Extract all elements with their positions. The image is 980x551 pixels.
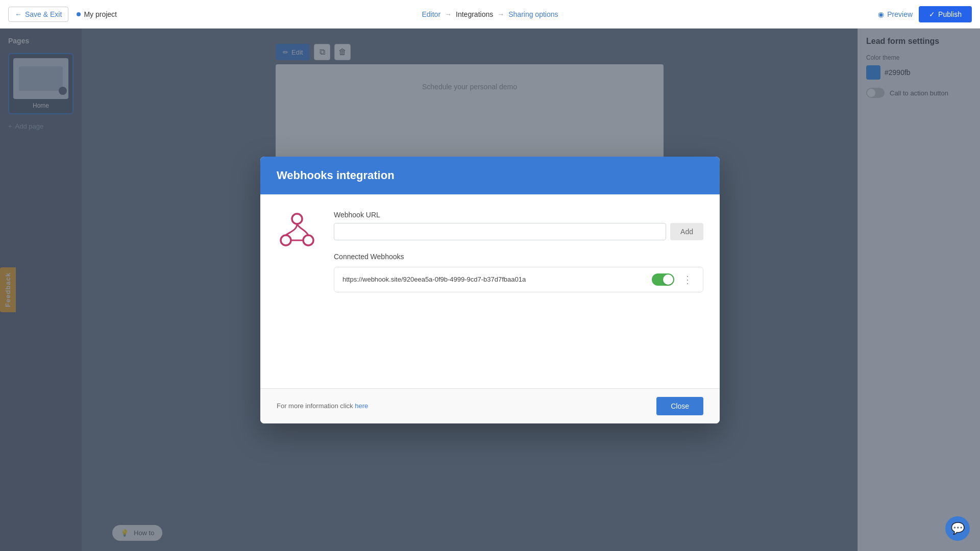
modal-footer: For more information click here Close — [260, 388, 720, 423]
project-dot-icon — [77, 12, 81, 16]
modal-header: Webhooks integration — [260, 157, 720, 194]
save-exit-label: Save & Exit — [25, 10, 62, 18]
webhook-url-row: Add — [334, 223, 703, 240]
arrow-right-icon-2: → — [497, 10, 504, 18]
svg-point-2 — [303, 235, 313, 245]
svg-point-1 — [281, 235, 291, 245]
webhook-toggle[interactable] — [652, 273, 674, 286]
publish-button[interactable]: ✓ Publish — [919, 6, 972, 22]
modal-body-inner: Webhook URL Add Connected Webhooks https… — [277, 211, 703, 292]
publish-label: Publish — [938, 10, 962, 18]
svg-point-0 — [292, 214, 302, 224]
webhook-toggle-knob — [663, 274, 673, 285]
preview-button[interactable]: ◉ Preview — [878, 10, 913, 18]
preview-eye-icon: ◉ — [878, 10, 884, 18]
footer-link[interactable]: here — [355, 402, 368, 410]
webhooks-modal: Webhooks integration Webhook URL — [260, 157, 720, 423]
project-name-label: My project — [84, 10, 117, 18]
arrow-right-icon-1: → — [445, 10, 452, 18]
save-exit-button[interactable]: ← Save & Exit — [8, 7, 68, 22]
modal-form: Webhook URL Add Connected Webhooks https… — [334, 211, 703, 292]
nav-steps: Editor → Integrations → Sharing options — [422, 10, 558, 18]
more-options-icon[interactable]: ⋮ — [680, 273, 695, 286]
nav-right: ◉ Preview ✓ Publish — [878, 6, 972, 22]
footer-info: For more information click here — [277, 402, 368, 410]
main-layout: Pages Home + Add page ✏ Edit ⧉ — [0, 29, 980, 551]
project-name: My project — [77, 10, 117, 18]
add-webhook-button[interactable]: Add — [670, 223, 703, 240]
webhook-url-value: https://webhook.site/920eea5a-0f9b-4999-… — [342, 276, 646, 283]
modal-body: Webhook URL Add Connected Webhooks https… — [260, 194, 720, 388]
chat-bubble[interactable]: 💬 — [945, 516, 970, 541]
step-editor[interactable]: Editor — [422, 10, 440, 18]
webhook-url-label: Webhook URL — [334, 211, 703, 219]
preview-label: Preview — [887, 10, 913, 18]
top-navigation: ← Save & Exit My project Editor → Integr… — [0, 0, 980, 29]
webhook-list-item: https://webhook.site/920eea5a-0f9b-4999-… — [334, 267, 703, 292]
step-sharing[interactable]: Sharing options — [508, 10, 558, 18]
messenger-icon: 💬 — [951, 522, 965, 535]
footer-info-text: For more information click — [277, 402, 353, 410]
step-integrations[interactable]: Integrations — [456, 10, 493, 18]
modal-overlay: Webhooks integration Webhook URL — [0, 29, 980, 551]
webhook-icon — [277, 211, 317, 252]
connected-webhooks-label: Connected Webhooks — [334, 253, 703, 261]
save-exit-arrow-icon: ← — [15, 10, 22, 18]
webhook-url-input[interactable] — [334, 223, 666, 240]
publish-check-icon: ✓ — [929, 10, 935, 18]
modal-title: Webhooks integration — [277, 169, 703, 182]
close-modal-button[interactable]: Close — [656, 397, 703, 415]
